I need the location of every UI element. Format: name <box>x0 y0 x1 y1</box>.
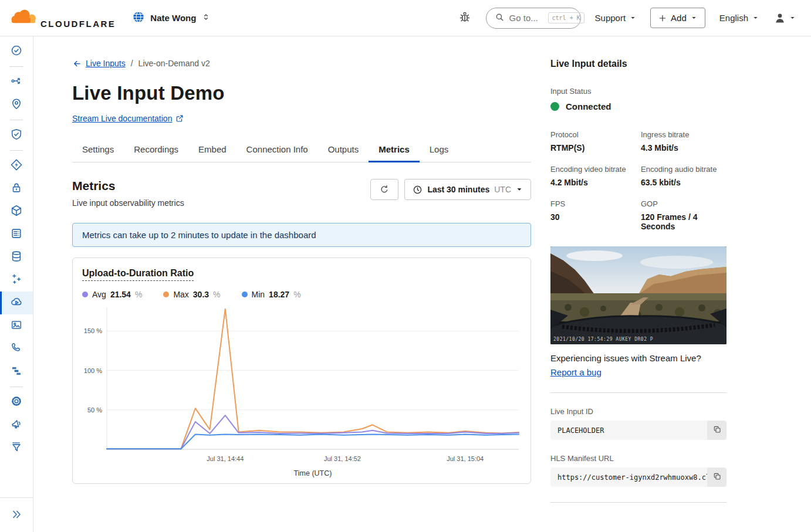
search-input[interactable] <box>509 13 543 23</box>
add-button[interactable]: Add <box>650 8 705 28</box>
live-input-details-panel: Live Input details Input Status Connecte… <box>550 59 726 532</box>
chart-title[interactable]: Upload-to-Duration Ratio <box>82 268 194 281</box>
sidebar-item-server-stack[interactable] <box>0 223 33 246</box>
live-input-id-copy-button[interactable] <box>707 421 726 440</box>
tab-settings[interactable]: Settings <box>72 139 124 162</box>
cloudflare-logo-text: CLOUDFLARE <box>40 19 116 29</box>
input-status-label: Input Status <box>550 87 726 96</box>
speed-lightning-icon <box>10 158 23 173</box>
time-range-dropdown[interactable]: Last 30 minutes UTC <box>404 179 531 200</box>
details-title: Live Input details <box>550 59 726 69</box>
account-selector[interactable]: Nate Wong <box>132 11 211 25</box>
bug-icon[interactable] <box>458 9 472 26</box>
sidebar-item-speed-lightning[interactable] <box>0 154 33 177</box>
cloudflare-logo[interactable]: CLOUDFLARE <box>9 7 116 29</box>
sidebar-collapse-button[interactable] <box>10 508 23 523</box>
tab-connection-info[interactable]: Connection Info <box>236 139 318 162</box>
sidebar-item-images[interactable] <box>0 314 33 337</box>
legend-dot <box>163 292 169 297</box>
copy-icon <box>712 425 722 436</box>
legend-item-avg[interactable]: Avg 21.54 % <box>82 290 142 299</box>
legend-dot <box>82 292 88 297</box>
megaphone-icon <box>10 418 23 432</box>
sidebar-item-location-pin[interactable] <box>0 93 33 116</box>
chevrons-right-icon <box>10 513 23 523</box>
tab-metrics[interactable]: Metrics <box>369 139 420 162</box>
global-search[interactable]: ctrl + K <box>486 8 581 29</box>
breadcrumb-back-link[interactable]: Live Inputs <box>72 59 126 68</box>
legend-item-max[interactable]: Max 30.3 % <box>163 290 220 299</box>
metrics-subtitle: Live input observability metrics <box>72 198 184 208</box>
live-input-id-value: PLACEHOLDER <box>550 421 707 440</box>
tab-recordings[interactable]: Recordings <box>124 139 188 162</box>
svg-text:50 %: 50 % <box>87 406 102 414</box>
chevron-down-icon <box>630 15 636 21</box>
refresh-icon <box>379 184 390 195</box>
live-preview-thumbnail[interactable]: 2021/10/20 17:54:29 AUKEY DR02 P <box>550 246 726 344</box>
tab-bar: SettingsRecordingsEmbedConnection InfoOu… <box>72 139 531 162</box>
external-link-icon <box>175 114 184 123</box>
search-shortcut-badge: ctrl + K <box>548 12 584 23</box>
detail-value: 4.2 Mbit/s <box>550 178 636 187</box>
globe-icon <box>132 11 145 25</box>
language-menu[interactable]: English <box>719 13 759 23</box>
divider <box>550 502 726 503</box>
clock-icon <box>413 185 423 195</box>
support-menu[interactable]: Support <box>595 13 637 23</box>
sidebar-item-logs-list[interactable] <box>0 360 33 383</box>
detail-label: Encoding audio bitrate <box>641 165 726 174</box>
security-shield-icon <box>10 128 23 143</box>
phone-calls-icon <box>10 341 23 356</box>
chevron-down-icon <box>516 186 523 193</box>
ai-sparkles-icon <box>10 273 23 287</box>
workers-cube-icon <box>10 204 23 219</box>
back-arrow-icon <box>72 59 82 68</box>
sidebar-item-traffic[interactable] <box>0 70 33 93</box>
logs-list-icon <box>10 364 23 379</box>
sidebar-item-time-travel[interactable] <box>0 40 33 63</box>
hls-manifest-url-value: https://customer-igynxd2rwhmuoxw8.cloudf <box>550 467 707 487</box>
tab-logs[interactable]: Logs <box>420 139 459 162</box>
language-label: English <box>719 13 748 23</box>
hls-manifest-url-label: HLS Manifest URL <box>550 454 726 463</box>
sidebar-item-ai-sparkles[interactable] <box>0 269 33 292</box>
updown-chevron-icon <box>201 11 211 25</box>
breadcrumb: Live Inputs / Live-on-Demand v2 <box>72 59 531 68</box>
sidebar-item-stream[interactable] <box>0 292 33 314</box>
legend-item-min[interactable]: Min 18.27 % <box>242 290 301 299</box>
cloudflare-cloud-icon <box>9 7 39 29</box>
sidebar-item-database[interactable] <box>0 246 33 269</box>
tab-embed[interactable]: Embed <box>188 139 236 162</box>
sidebar-item-workers-cube[interactable] <box>0 200 33 223</box>
stream-docs-link[interactable]: Stream Live documentation <box>72 114 184 123</box>
metrics-info-banner: Metrics can take up to 2 minutes to upda… <box>72 223 531 247</box>
account-name: Nate Wong <box>150 13 196 23</box>
left-sidebar <box>0 36 33 532</box>
sidebar-divider <box>10 66 23 67</box>
top-header: CLOUDFLARE Nate Wong ctrl + K Support Ad… <box>0 0 811 36</box>
funnel-filter-icon <box>10 440 23 455</box>
detail-field: Ingress bitrate 4.3 Mbit/s <box>641 130 726 153</box>
live-input-id-field: PLACEHOLDER <box>550 421 726 440</box>
detail-label: FPS <box>550 199 636 208</box>
sidebar-item-security-shield[interactable] <box>0 124 33 147</box>
traffic-icon <box>10 74 23 89</box>
metrics-heading: Metrics <box>72 179 184 193</box>
detail-value: 4.3 Mbit/s <box>641 143 726 153</box>
stream-issues-text: Experiencing issues with Stream Live? <box>550 353 726 363</box>
legend-dot <box>242 292 248 297</box>
sidebar-item-megaphone[interactable] <box>0 414 33 436</box>
sidebar-item-phone-calls[interactable] <box>0 337 33 360</box>
upload-duration-chart[interactable]: 50 %100 %150 %Jul 31, 14:44Jul 31, 14:52… <box>82 304 521 480</box>
sidebar-divider <box>10 387 23 387</box>
sidebar-item-funnel-filter[interactable] <box>0 436 33 459</box>
sidebar-item-ssl-lock[interactable] <box>0 177 33 200</box>
user-menu[interactable] <box>773 11 796 25</box>
sidebar-item-gear-settings[interactable] <box>0 391 33 414</box>
hls-manifest-url-copy-button[interactable] <box>707 467 726 487</box>
tab-outputs[interactable]: Outputs <box>318 139 369 162</box>
report-bug-link[interactable]: Report a bug <box>550 367 602 377</box>
detail-field: GOP 120 Frames / 4 Seconds <box>641 199 726 231</box>
detail-value: 63.5 kbit/s <box>641 178 726 187</box>
refresh-button[interactable] <box>370 179 398 200</box>
